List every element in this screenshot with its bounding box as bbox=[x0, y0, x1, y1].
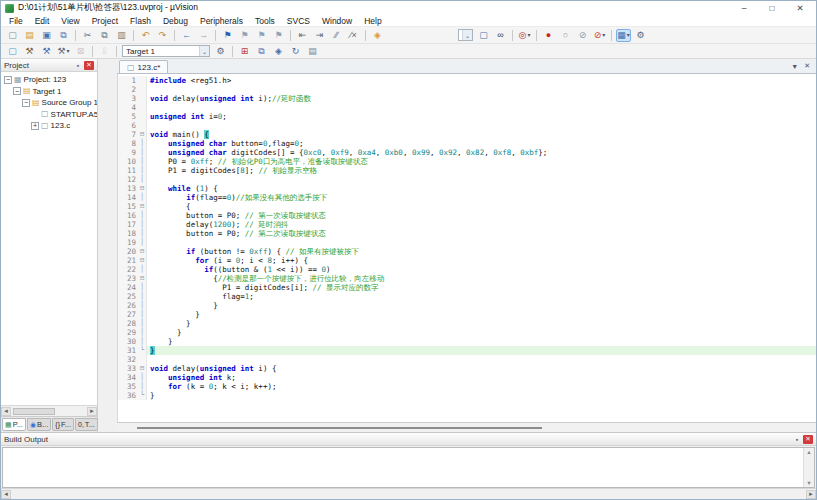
find-button[interactable]: ∞ bbox=[493, 29, 508, 42]
code-text[interactable]: if((button & (1 << i)) == 0) bbox=[147, 265, 816, 274]
collapse-icon[interactable]: − bbox=[22, 99, 30, 107]
line-number[interactable]: 22 bbox=[118, 265, 138, 274]
disable-all-breakpoints-button[interactable]: ⊘ bbox=[575, 29, 590, 42]
code-text[interactable]: } bbox=[147, 346, 816, 355]
code-text[interactable]: button = P0; // 第一次读取按键状态 bbox=[147, 211, 816, 220]
fold-collapse-icon[interactable]: ⊟ bbox=[138, 247, 147, 256]
code-text[interactable]: unsigned int k; bbox=[147, 373, 816, 382]
menu-file[interactable]: File bbox=[3, 16, 29, 26]
batch-build-button[interactable]: ⚒▾ bbox=[56, 45, 71, 58]
options-for-target-button[interactable]: ⚙ bbox=[213, 45, 228, 58]
tree-item-target-1[interactable]: −▤Target 1 bbox=[1, 86, 97, 98]
download-button[interactable]: ⇩ bbox=[97, 45, 112, 58]
enable-disable-breakpoint-button[interactable]: ○ bbox=[558, 29, 573, 42]
line-number[interactable]: 18 bbox=[118, 229, 138, 238]
pin-icon[interactable]: ▪ bbox=[73, 61, 83, 70]
outdent-button[interactable]: ⇤ bbox=[295, 29, 310, 42]
line-number[interactable]: 5 bbox=[118, 112, 138, 121]
copy-button[interactable]: ⧉ bbox=[97, 29, 112, 42]
tree-item-source-group-1[interactable]: −▤Source Group 1 bbox=[1, 97, 97, 109]
scroll-track[interactable] bbox=[11, 490, 806, 499]
menu-svcs[interactable]: SVCS bbox=[281, 16, 316, 26]
navigate-forward-button[interactable]: → bbox=[196, 29, 211, 42]
line-number[interactable]: 19 bbox=[118, 238, 138, 247]
code-text[interactable]: if(flag==0)//如果没有其他的选手按下 bbox=[147, 193, 816, 202]
scroll-left-icon[interactable]: ◄ bbox=[1, 490, 11, 499]
line-number[interactable]: 14 bbox=[118, 193, 138, 202]
line-number[interactable]: 7 bbox=[118, 130, 138, 139]
line-number[interactable]: 35 bbox=[118, 382, 138, 391]
find-in-files-button[interactable]: ◈ bbox=[370, 29, 385, 42]
rebuild-all-button[interactable]: ⚒ bbox=[39, 45, 54, 58]
panel-tab-books[interactable]: ◉B... bbox=[27, 418, 51, 431]
close-button[interactable]: ✕ bbox=[788, 3, 812, 13]
code-text[interactable]: } bbox=[147, 301, 816, 310]
line-number[interactable]: 23 bbox=[118, 274, 138, 283]
tree-item-project-123[interactable]: −▦Project: 123 bbox=[1, 74, 97, 86]
line-number[interactable]: 16 bbox=[118, 211, 138, 220]
target-select[interactable]: Target 1 ⌄ bbox=[122, 45, 210, 57]
line-number[interactable]: 2 bbox=[118, 85, 138, 94]
expand-icon[interactable]: + bbox=[31, 122, 39, 130]
menu-flash[interactable]: Flash bbox=[124, 16, 157, 26]
code-text[interactable]: P1 = digitCodes[i]; // 显示对应的数字 bbox=[147, 283, 816, 292]
save-all-button[interactable]: ⧉ bbox=[56, 29, 71, 42]
code-text[interactable]: flag=1; bbox=[147, 292, 816, 301]
fold-collapse-icon[interactable]: ⊟ bbox=[138, 130, 147, 139]
code-text[interactable] bbox=[147, 238, 816, 247]
next-bookmark-button[interactable]: ⚑ bbox=[254, 29, 269, 42]
menu-edit[interactable]: Edit bbox=[29, 16, 56, 26]
code-text[interactable]: unsigned char digitCodes[] = {0xc0, 0xf9… bbox=[147, 148, 816, 157]
line-number[interactable]: 4 bbox=[118, 103, 138, 112]
scroll-left-icon[interactable]: ◄ bbox=[1, 407, 11, 416]
collapse-icon[interactable]: − bbox=[13, 87, 21, 95]
paste-button[interactable]: ▥ bbox=[114, 29, 129, 42]
line-number[interactable]: 32 bbox=[118, 355, 138, 364]
panel-tab-functions[interactable]: {}F... bbox=[52, 418, 74, 431]
line-number[interactable]: 34 bbox=[118, 373, 138, 382]
scroll-up-icon[interactable]: ▲ bbox=[806, 449, 811, 455]
code-editor[interactable]: 1#include <reg51.h>23void delay(unsigned… bbox=[117, 74, 816, 422]
new-file-button[interactable]: ▢ bbox=[5, 29, 20, 42]
scroll-right-icon[interactable]: ► bbox=[87, 407, 97, 416]
insert-breakpoint-button[interactable]: ● bbox=[541, 29, 556, 42]
code-text[interactable]: delay(1200); // 延时消抖 bbox=[147, 220, 816, 229]
undo-button[interactable]: ↶ bbox=[138, 29, 153, 42]
code-text[interactable]: for (i = 0; i < 8; i++) { bbox=[147, 256, 816, 265]
fold-collapse-icon[interactable]: ⊟ bbox=[138, 202, 147, 211]
close-icon[interactable]: ✕ bbox=[84, 61, 94, 70]
code-text[interactable]: } bbox=[147, 391, 816, 400]
cut-button[interactable]: ✂ bbox=[80, 29, 95, 42]
code-text[interactable] bbox=[147, 103, 816, 112]
line-number[interactable]: 13 bbox=[118, 184, 138, 193]
search-file-button[interactable]: ▢ bbox=[476, 29, 491, 42]
line-number[interactable]: 33 bbox=[118, 364, 138, 373]
code-text[interactable] bbox=[147, 85, 816, 94]
line-number[interactable]: 31 bbox=[118, 346, 138, 355]
comment-button[interactable]: ∕∕ bbox=[329, 29, 344, 42]
window-layout-button[interactable]: ▦▾ bbox=[616, 29, 631, 42]
find-combo[interactable]: ⌄ bbox=[458, 29, 473, 41]
tree-item-123-c[interactable]: +▢123.c bbox=[1, 120, 97, 132]
kill-all-breakpoints-button[interactable]: ⊘▾ bbox=[592, 29, 607, 42]
scroll-down-icon[interactable]: ▼ bbox=[806, 480, 811, 486]
menu-peripherals[interactable]: Peripherals bbox=[194, 16, 249, 26]
line-number[interactable]: 30 bbox=[118, 337, 138, 346]
line-number[interactable]: 36 bbox=[118, 391, 138, 400]
uncomment-button[interactable]: ∕× bbox=[346, 29, 361, 42]
collapse-icon[interactable]: − bbox=[4, 76, 12, 84]
code-text[interactable] bbox=[147, 121, 816, 130]
code-text[interactable] bbox=[147, 355, 816, 364]
select-software-packs-button[interactable]: ◈ bbox=[271, 45, 286, 58]
stop-build-button[interactable]: ⊠ bbox=[73, 45, 88, 58]
line-number[interactable]: 3 bbox=[118, 94, 138, 103]
line-number[interactable]: 11 bbox=[118, 166, 138, 175]
panel-tab-templates[interactable]: 0,T... bbox=[75, 418, 98, 431]
tab-list-dropdown-icon[interactable]: ▼ bbox=[791, 63, 798, 70]
scroll-thumb[interactable] bbox=[137, 427, 542, 429]
project-hscrollbar[interactable]: ◄ ► bbox=[1, 405, 97, 416]
line-number[interactable]: 21 bbox=[118, 256, 138, 265]
menu-window[interactable]: Window bbox=[316, 16, 358, 26]
code-text[interactable] bbox=[147, 175, 816, 184]
code-text[interactable]: #include <reg51.h> bbox=[147, 76, 816, 85]
